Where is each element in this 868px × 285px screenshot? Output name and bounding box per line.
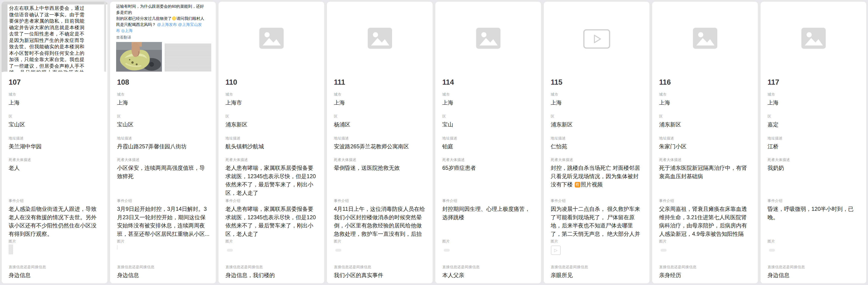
field-label-address: 地址描述 — [334, 136, 427, 141]
field-value-city: 上海 — [9, 99, 101, 107]
field-label-event: 事件介绍 — [9, 199, 101, 203]
field-value-event: 父亲周嘉祖，肾衰且瘫痪在床靠血透维持生命，3.21住进第七人民医院肾病科治疗，由… — [659, 205, 752, 239]
field-value-deceased: 小区保安，连续两周高强度值班，导致猝死 — [117, 164, 210, 180]
field-value-city: 上海 — [659, 99, 752, 107]
field-value-district: 宝山区 — [9, 120, 101, 129]
image-placeholder-icon — [652, 2, 758, 74]
incident-card[interactable]: 117 城市 上海 区 嘉定 地址描述 江桥 死者大体描述 我奶奶 事件介绍 昏… — [760, 1, 867, 284]
field-value-district: 宝山区 — [117, 120, 210, 129]
incident-card-board: 分左右联系上中华西居委会，通过微信语音确认了这一事实。由于需要保护患者家属的隐私… — [0, 0, 868, 285]
attachment-thumbnail-screenshot[interactable] — [9, 244, 13, 254]
field-value-event: 3月9日起开始封控，3月14日解封。3月23日又一轮封控开始，期间这位保安始终没… — [117, 205, 210, 238]
view-translation-link[interactable]: 查看翻译 — [116, 35, 206, 40]
image-placeholder-icon — [761, 2, 866, 74]
field-label-direct: 直接信息还是间接信息 — [551, 265, 644, 270]
field-label-district: 区 — [334, 114, 427, 119]
field-label-event: 事件介绍 — [442, 199, 535, 203]
field-value-city: 上海 — [768, 99, 860, 107]
field-label-image: 图片 — [659, 239, 752, 244]
field-label-image: 图片 — [442, 239, 535, 244]
card-number: 117 — [768, 78, 779, 86]
field-label-district: 区 — [225, 114, 318, 119]
card-number: 114 — [442, 78, 454, 86]
field-value-direct: 本人父亲 — [442, 271, 535, 280]
field-label-address: 地址描述 — [442, 136, 535, 141]
field-value-district: 浦东新区 — [225, 120, 318, 129]
field-value-deceased: 老人 — [9, 164, 101, 172]
card-cover-media — [761, 2, 866, 74]
field-value-deceased: 死于浦东医院新冠隔离治疗中，有肾衰高血压封基础病 — [659, 164, 752, 180]
card-cover-media — [435, 2, 541, 74]
field-value-address: 铂庭 — [442, 143, 535, 151]
video-play-icon — [544, 2, 650, 74]
field-value-deceased: 65岁癌症患者 — [442, 164, 535, 172]
deceased-text: 小区保安，连续两周高强度值班，导致猝死 — [117, 165, 205, 179]
incident-card[interactable]: 115 城市 上海 区 浦东新区 地址描述 仁怡苑 死者大体描述 封控，跳楼自杀… — [544, 1, 650, 284]
field-value-address: 美兰湖中华园 — [9, 143, 101, 151]
deceased-text: 我奶奶 — [768, 165, 784, 171]
field-value-event: 老人感染后物业街道无人跟进，导致老人在没有救援的情况下去世。另外该小区还有不少阳… — [9, 205, 101, 238]
field-label-deceased: 死者大体描述 — [334, 157, 427, 162]
field-value-deceased: 老人患有哮喘，家属联系居委报备要求就医，12345也表示尽快，但是120依然来不… — [225, 164, 318, 197]
field-value-address: 安波路265弄兰花教师公寓南区 — [334, 143, 427, 151]
field-label-image: 图片 — [9, 239, 101, 244]
field-label-deceased: 死者大体描述 — [659, 157, 752, 162]
tweet-text-line: 别的区都已经分发过几批物资了请问我们顾村人民是只配喝西北风吗？ @上海发布 @上… — [116, 15, 206, 34]
attachment-thumbnail[interactable] — [660, 249, 666, 252]
attachment-thumbnail[interactable] — [335, 249, 341, 252]
attachment-thumb-text[interactable] — [117, 245, 118, 250]
crying-face-emoji — [172, 16, 176, 21]
field-value-deceased: 封控，跳楼自杀当场死亡 对面楼邻居只看见听见现场情况，因为集体被封没有下楼 有照… — [551, 164, 644, 189]
field-label-address: 地址描述 — [551, 136, 644, 141]
field-label-image: 图片 — [768, 239, 860, 244]
field-value-direct: 身边信息，我们楼的 — [225, 271, 318, 280]
field-label-city: 城市 — [334, 92, 427, 97]
field-value-district: 浦东新区 — [659, 120, 752, 129]
card-number: 107 — [9, 78, 21, 86]
field-value-deceased: 我奶奶 — [768, 164, 860, 172]
field-label-deceased: 死者大体描述 — [117, 157, 210, 162]
field-value-event: 因为凌晨十二点自杀， 很久救护车来了可能看到现场死了， 尸体留在原地，后来半夜也… — [551, 205, 644, 239]
field-value-direct: 我们小区的真实事件 — [334, 271, 427, 280]
incident-card[interactable]: 114 城市 上海 区 宝山 地址描述 铂庭 死者大体描述 65岁癌症患者 事件… — [435, 1, 541, 284]
card-cover-media — [652, 2, 758, 74]
attachment-thumbnails-stacked[interactable] — [117, 245, 122, 250]
field-value-direct: 身边信息 — [768, 271, 860, 280]
field-label-deceased: 死者大体描述 — [225, 157, 318, 162]
wechat-message-text: 分左右联系上中华西居委会，通过微信语音确认了这一事实。由于需要保护患者家属的隐私… — [9, 5, 84, 74]
field-label-city: 城市 — [551, 92, 644, 97]
field-label-district: 区 — [551, 114, 644, 119]
tweet-attached-images — [116, 42, 213, 74]
incident-card[interactable]: 110 城市 上海市 区 浦东新区 地址描述 航头镇鹤沙航城 死者大体描述 老人… — [218, 1, 324, 284]
field-value-direct: 亲眼所见 — [551, 271, 644, 280]
tweet-screenshot: 运输有时间，为什么跟居委会的60的菜能到，还好多是烂的 别的区都已经分发过几批物… — [110, 2, 216, 74]
attachment-thumbnail[interactable] — [769, 249, 775, 252]
rotten-cabbage-photo — [116, 42, 162, 74]
field-value-district: 嘉定 — [768, 120, 860, 129]
incident-card[interactable]: 111 城市 上海 区 杨浦区 地址描述 安波路265弄兰花教师公寓南区 死者大… — [327, 1, 433, 284]
field-label-direct: 直接信息还是间接信息 — [659, 265, 752, 270]
incident-card[interactable]: 116 城市 上海 区 浦东新区 地址描述 朱家门小区 死者大体描述 死于浦东医… — [652, 1, 758, 284]
field-label-event: 事件介绍 — [334, 199, 427, 203]
field-label-event: 事件介绍 — [768, 199, 860, 203]
field-label-image: 图片 — [551, 239, 644, 244]
attachment-thumbnail-video[interactable]: ▷ — [551, 246, 561, 255]
incident-card[interactable]: 分左右联系上中华西居委会，通过微信语音确认了这一事实。由于需要保护患者家属的隐私… — [1, 1, 108, 284]
field-label-address: 地址描述 — [659, 136, 752, 141]
incident-card[interactable]: 运输有时间，为什么跟居委会的60的菜能到，还好多是烂的 别的区都已经分发过几批物… — [110, 1, 216, 284]
have-badge-emoji: 有 — [575, 182, 580, 187]
attachment-thumbnail[interactable] — [227, 249, 233, 252]
field-label-city: 城市 — [659, 92, 752, 97]
attachment-thumbnail[interactable] — [444, 249, 450, 252]
field-label-address: 地址描述 — [9, 136, 101, 141]
deceased-text: 晕倒昏迷，送医院抢救无效 — [334, 165, 400, 171]
field-label-district: 区 — [9, 114, 101, 119]
card-number: 108 — [117, 78, 129, 86]
field-value-direct: 亲身经历 — [659, 271, 752, 280]
field-label-city: 城市 — [9, 92, 101, 97]
field-value-address: 朱家门小区 — [659, 143, 752, 151]
field-label-district: 区 — [117, 114, 210, 119]
field-label-city: 城市 — [225, 92, 318, 97]
deceased-text: 65岁癌症患者 — [442, 165, 476, 171]
field-value-district: 杨浦区 — [334, 120, 427, 129]
